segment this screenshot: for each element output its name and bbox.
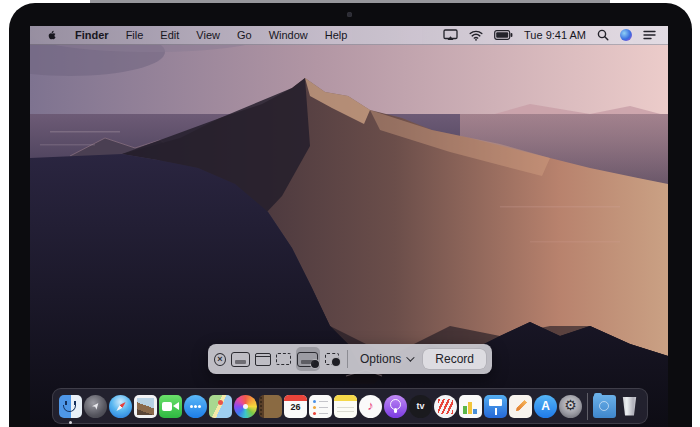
notification-center-icon[interactable] bbox=[643, 30, 656, 40]
tv-label: tv bbox=[409, 401, 432, 411]
toolbar-divider bbox=[347, 350, 348, 368]
keynote-dock-icon[interactable] bbox=[484, 395, 507, 418]
finder-dock-icon[interactable] bbox=[59, 395, 82, 418]
pages-dock-icon[interactable] bbox=[509, 395, 532, 418]
wifi-icon[interactable] bbox=[469, 30, 483, 41]
podcasts-dock-icon[interactable] bbox=[384, 395, 407, 418]
apple-tv-dock-icon[interactable]: tv bbox=[409, 395, 432, 418]
gear-icon: ⚙ bbox=[559, 397, 582, 413]
maps-dock-icon[interactable] bbox=[209, 395, 232, 418]
apple-icon bbox=[46, 29, 58, 42]
calendar-dock-icon[interactable]: 26 bbox=[284, 395, 307, 418]
capture-selected-window-button[interactable] bbox=[255, 353, 271, 366]
downloads-folder-dock-icon[interactable] bbox=[593, 395, 616, 418]
close-toolbar-button[interactable]: × bbox=[214, 353, 226, 366]
music-dock-icon[interactable]: ♪ bbox=[359, 395, 382, 418]
menu-bar-clock[interactable]: Tue 9:41 AM bbox=[524, 29, 586, 41]
calendar-day-number: 26 bbox=[284, 402, 307, 412]
record-button[interactable]: Record bbox=[423, 349, 486, 369]
menu-bar: Finder File Edit View Go Window Help bbox=[30, 26, 668, 45]
running-indicator bbox=[69, 421, 72, 424]
menu-window[interactable]: Window bbox=[269, 29, 308, 41]
camera-dot bbox=[347, 12, 352, 17]
apple-menu[interactable] bbox=[46, 29, 58, 42]
photos-dock-icon[interactable] bbox=[234, 395, 257, 418]
app-store-letter: A bbox=[534, 399, 557, 413]
launchpad-dock-icon[interactable] bbox=[84, 395, 107, 418]
numbers-dock-icon[interactable] bbox=[459, 395, 482, 418]
menu-go[interactable]: Go bbox=[237, 29, 252, 41]
trash-dock-icon[interactable] bbox=[618, 395, 641, 418]
screenshot-toolbar: × Options Record bbox=[208, 344, 492, 374]
menu-file[interactable]: File bbox=[126, 29, 144, 41]
screen-mirroring-icon[interactable] bbox=[443, 29, 458, 41]
notes-dock-icon[interactable] bbox=[334, 395, 357, 418]
siri-icon[interactable] bbox=[620, 29, 632, 41]
desktop-screen: Finder File Edit View Go Window Help bbox=[30, 26, 668, 427]
capture-entire-screen-button[interactable] bbox=[231, 352, 250, 367]
mail-dock-icon[interactable] bbox=[134, 395, 157, 418]
capture-selected-portion-button[interactable] bbox=[276, 353, 290, 365]
music-note-glyph: ♪ bbox=[359, 398, 382, 414]
system-preferences-dock-icon[interactable]: ⚙ bbox=[559, 395, 582, 418]
battery-icon[interactable] bbox=[494, 30, 513, 40]
chevron-down-icon bbox=[406, 353, 414, 361]
facetime-dock-icon[interactable] bbox=[159, 395, 182, 418]
menu-help[interactable]: Help bbox=[325, 29, 348, 41]
laptop-mockup: Finder File Edit View Go Window Help bbox=[0, 0, 700, 427]
menu-view[interactable]: View bbox=[196, 29, 220, 41]
menu-edit[interactable]: Edit bbox=[160, 29, 179, 41]
news-dock-icon[interactable] bbox=[434, 395, 457, 418]
options-dropdown[interactable]: Options bbox=[356, 352, 416, 366]
record-selected-portion-button[interactable] bbox=[325, 353, 339, 365]
contacts-dock-icon[interactable] bbox=[259, 395, 282, 418]
messages-dock-icon[interactable] bbox=[184, 395, 207, 418]
spotlight-search-icon[interactable] bbox=[597, 29, 609, 41]
safari-dock-icon[interactable] bbox=[109, 395, 132, 418]
reminders-dock-icon[interactable] bbox=[309, 395, 332, 418]
dock-separator bbox=[587, 393, 588, 420]
record-entire-screen-icon bbox=[297, 352, 318, 367]
record-entire-screen-button-selected[interactable] bbox=[296, 347, 320, 371]
options-label: Options bbox=[360, 352, 401, 366]
app-store-dock-icon[interactable]: A bbox=[534, 395, 557, 418]
menu-finder[interactable]: Finder bbox=[75, 29, 109, 41]
dock: 26 ♪ tv A ⚙ bbox=[52, 388, 648, 424]
